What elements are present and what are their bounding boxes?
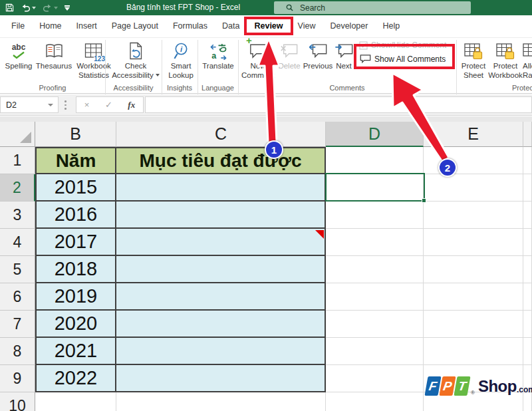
cell-C9[interactable] bbox=[116, 365, 326, 392]
cell-B8[interactable]: 2021 bbox=[35, 338, 116, 365]
cell-C7[interactable] bbox=[116, 311, 326, 338]
tab-insert[interactable]: Insert bbox=[69, 15, 104, 37]
cell-E3[interactable] bbox=[424, 202, 523, 229]
customize-toolbar-icon[interactable] bbox=[65, 5, 70, 11]
row-header-10[interactable]: 10 bbox=[0, 392, 35, 411]
cell-C1[interactable]: Mục tiêu đạt được bbox=[116, 147, 326, 174]
cell-F2[interactable] bbox=[523, 174, 532, 202]
previous-comment-button[interactable]: Previous bbox=[303, 40, 332, 71]
cell-C8[interactable] bbox=[116, 338, 326, 365]
smart-lookup-button[interactable]: i Smart Lookup bbox=[164, 40, 198, 80]
column-header-c[interactable]: C bbox=[116, 122, 326, 147]
cell-E4[interactable] bbox=[424, 229, 523, 256]
cell-D2-selected[interactable] bbox=[326, 174, 424, 202]
workbook-statistics-button[interactable]: 123 Workbook Statistics bbox=[73, 40, 114, 80]
cell-D3[interactable] bbox=[326, 202, 424, 229]
row-header-2[interactable]: 2 bbox=[0, 174, 35, 202]
undo-dropdown-icon[interactable] bbox=[32, 7, 36, 9]
column-header-f[interactable] bbox=[523, 122, 532, 147]
cell-B3[interactable]: 2016 bbox=[35, 202, 116, 229]
cell-B5[interactable]: 2018 bbox=[35, 256, 116, 283]
cell-E1[interactable] bbox=[424, 147, 523, 174]
cell-D7[interactable] bbox=[326, 311, 424, 338]
row-header-5[interactable]: 5 bbox=[0, 256, 35, 283]
tab-help[interactable]: Help bbox=[375, 15, 407, 37]
cell-D5[interactable] bbox=[326, 256, 424, 283]
search-input[interactable]: Search bbox=[274, 1, 471, 14]
search-placeholder: Search bbox=[300, 3, 325, 13]
row-header-1[interactable]: 1 bbox=[0, 147, 35, 174]
enter-icon[interactable]: ✓ bbox=[105, 100, 112, 110]
cell-E8[interactable] bbox=[424, 338, 523, 365]
cell-C6[interactable] bbox=[116, 283, 326, 311]
new-comment-button[interactable]: + New Comment bbox=[241, 40, 275, 80]
show-hide-comment-button-disabled: Show/Hide Comment bbox=[359, 41, 446, 50]
cell-B9[interactable]: 2022 bbox=[35, 365, 116, 392]
cell-B1[interactable]: Năm bbox=[35, 147, 116, 174]
cell-F4[interactable] bbox=[523, 229, 532, 256]
cell-E2[interactable] bbox=[424, 174, 523, 202]
cell-B7[interactable]: 2020 bbox=[35, 311, 116, 338]
tab-data[interactable]: Data bbox=[215, 15, 247, 37]
name-box-dropdown-icon[interactable] bbox=[48, 104, 53, 106]
row-header-4[interactable]: 4 bbox=[0, 229, 35, 256]
column-header-d[interactable]: D bbox=[326, 122, 424, 147]
cell-B6[interactable]: 2019 bbox=[35, 283, 116, 311]
cell-F1[interactable] bbox=[523, 147, 532, 174]
check-accessibility-button[interactable]: Check Accessibility bbox=[110, 40, 161, 80]
column-header-e[interactable]: E bbox=[424, 122, 523, 147]
tab-file[interactable]: File bbox=[4, 15, 32, 37]
fill-handle[interactable] bbox=[422, 198, 426, 203]
row-header-7[interactable]: 7 bbox=[0, 311, 35, 338]
cell-B2[interactable]: 2015 bbox=[35, 174, 116, 202]
column-header-b[interactable]: B bbox=[35, 122, 116, 147]
cell-E7[interactable] bbox=[424, 311, 523, 338]
cell-E5[interactable] bbox=[424, 256, 523, 283]
tab-review[interactable]: Review bbox=[247, 15, 290, 37]
select-all-corner[interactable] bbox=[0, 122, 35, 147]
tab-formulas[interactable]: Formulas bbox=[166, 15, 215, 37]
allow-edit-ranges-button[interactable]: Allow Ra bbox=[523, 40, 532, 80]
translate-button[interactable]: a Translate bbox=[200, 40, 237, 71]
tab-developer[interactable]: Developer bbox=[323, 15, 375, 37]
row-header-6[interactable]: 6 bbox=[0, 283, 35, 311]
cell-D9[interactable] bbox=[326, 365, 424, 392]
undo-icon[interactable] bbox=[21, 3, 36, 12]
cell-C4[interactable] bbox=[116, 229, 326, 256]
name-box[interactable]: D2 bbox=[0, 96, 59, 113]
formula-bar-resize-handle[interactable] bbox=[65, 100, 66, 110]
cell-C2[interactable] bbox=[116, 174, 326, 202]
cell-B10[interactable] bbox=[35, 392, 116, 411]
row-header-9[interactable]: 9 bbox=[0, 365, 35, 392]
cell-D10[interactable] bbox=[326, 392, 424, 411]
row-header-3[interactable]: 3 bbox=[0, 202, 35, 229]
row-header-8[interactable]: 8 bbox=[0, 338, 35, 365]
tab-home[interactable]: Home bbox=[32, 15, 68, 37]
cell-F3[interactable] bbox=[523, 202, 532, 229]
cell-D6[interactable] bbox=[326, 283, 424, 311]
cell-D4[interactable] bbox=[326, 229, 424, 256]
cancel-icon[interactable]: × bbox=[84, 100, 90, 110]
cell-B4[interactable]: 2017 bbox=[35, 229, 116, 256]
cell-D8[interactable] bbox=[326, 338, 424, 365]
tab-view[interactable]: View bbox=[291, 15, 323, 37]
cell-E6[interactable] bbox=[424, 283, 523, 311]
cell-F8[interactable] bbox=[523, 338, 532, 365]
next-comment-button[interactable]: Next bbox=[332, 40, 355, 71]
cell-C5[interactable] bbox=[116, 256, 326, 283]
show-all-comments-button[interactable]: Show All Comments bbox=[360, 54, 446, 64]
insert-function-icon[interactable]: fx bbox=[128, 100, 135, 110]
cell-D1[interactable] bbox=[326, 147, 424, 174]
cell-F5[interactable] bbox=[523, 256, 532, 283]
spelling-button[interactable]: abc Spelling bbox=[3, 40, 35, 71]
protect-sheet-button[interactable]: Protect Sheet bbox=[459, 40, 488, 80]
thesaurus-button[interactable]: Thesaurus bbox=[35, 40, 73, 71]
protect-workbook-button[interactable]: Protect Workbook bbox=[488, 40, 523, 80]
tab-page-layout[interactable]: Page Layout bbox=[104, 15, 166, 37]
cell-F6[interactable] bbox=[523, 283, 532, 311]
cell-F7[interactable] bbox=[523, 311, 532, 338]
formula-input[interactable] bbox=[145, 96, 532, 113]
save-icon[interactable] bbox=[5, 3, 14, 12]
cell-C3[interactable] bbox=[116, 202, 326, 229]
cell-C10[interactable] bbox=[116, 392, 326, 411]
